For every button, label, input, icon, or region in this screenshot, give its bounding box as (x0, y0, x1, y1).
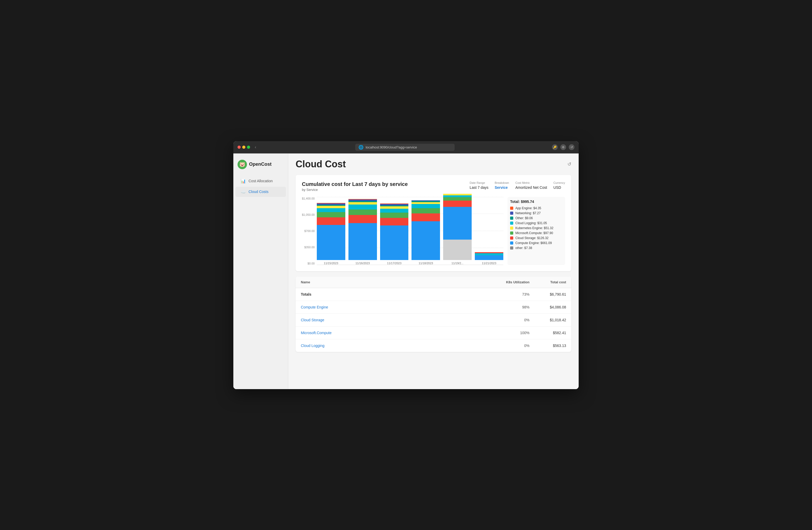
chart-header: Cumulative cost for Last 7 days by servi… (302, 181, 565, 192)
bar-group-1: 11/16/2023 (348, 198, 377, 265)
bar-group-3: 11/18/2023 (411, 200, 440, 265)
stacked-bar-4[interactable] (443, 192, 472, 260)
bar-label-1: 11/16/2023 (356, 262, 370, 265)
logo-area: 🐷 OpenCost (233, 160, 288, 176)
legend-dot-8 (510, 247, 513, 250)
legend-item-3: Cloud Logging: $31.05 (510, 221, 563, 225)
td-cost-compute: $4,086.08 (530, 305, 566, 309)
legend-item-8: other: $7.38 (510, 246, 563, 250)
stacked-bar-2[interactable] (380, 203, 409, 260)
bar-segment-mscompute (317, 212, 345, 217)
legend-label-5: Microsoft.Compute: $97.90 (516, 231, 553, 235)
bar-label-4: 11/19/2... (451, 262, 464, 265)
legend-dot-2 (510, 217, 513, 220)
bar-segment-k8s-3 (411, 202, 440, 204)
td-cost-logging: $563.13 (530, 344, 566, 348)
legend-dot-7 (510, 241, 513, 245)
breakdown-label: Breakdown (495, 181, 509, 184)
address-bar-inner[interactable]: 🌐 localhost:9090/cloud?agg=service (355, 144, 455, 151)
stacked-bar-3[interactable] (411, 200, 440, 260)
bar-segment-mscompute-2 (380, 213, 409, 218)
y-label-0: $1,400.00 (302, 197, 315, 200)
bar-label-5: 11/21/2023 (482, 262, 496, 265)
legend-dot-3 (510, 222, 513, 225)
page-header: Cloud Cost ↺ (295, 159, 571, 170)
browser-actions: 🔑 ⚙ ↺ (552, 144, 575, 150)
stacked-bar-1[interactable] (348, 198, 377, 260)
bar-segment-storage-4 (443, 200, 472, 207)
table-row-mscompute: Microsoft.Compute 100% $582.41 (295, 326, 571, 339)
cost-metric-control[interactable]: Cost Metric Amortized Net Cost (516, 181, 547, 190)
reload-button[interactable]: ↺ (569, 144, 575, 150)
close-button[interactable] (237, 145, 241, 149)
stacked-bar-0[interactable] (317, 202, 345, 260)
bar-label-2: 11/17/2023 (387, 262, 402, 265)
legend-item-2: Other: $9.06 (510, 216, 563, 220)
td-name-storage[interactable]: Cloud Storage (301, 318, 488, 322)
table-row-logging: Cloud Logging 0% $563.13 (295, 339, 571, 352)
legend-label-7: Compute Engine: $661.09 (516, 241, 552, 245)
legend-dot-0 (510, 207, 513, 210)
legend-label-6: Cloud Storage: $126.32 (516, 236, 549, 240)
legend-item-1: Networking: $7.27 (510, 211, 563, 215)
date-range-value: Last 7 days (469, 185, 489, 190)
y-axis: $1,400.00 $1,050.00 $700.00 $350.00 $0.0… (302, 197, 317, 265)
sidebar-item-cost-allocation-label: Cost Allocation (248, 179, 273, 183)
bar-segment-gray-4 (443, 240, 472, 260)
legend-item-0: App Engine: $4.35 (510, 206, 563, 210)
y-label-1: $1,050.00 (302, 213, 315, 216)
bar-segment-k8s (317, 206, 345, 208)
th-cost: Total cost (530, 280, 566, 284)
breakdown-value[interactable]: Service (495, 185, 509, 190)
legend-dot-4 (510, 226, 513, 229)
y-label-2: $700.00 (304, 229, 315, 233)
logo-text: OpenCost (249, 162, 272, 167)
currency-value[interactable]: USD (553, 185, 565, 190)
bar-group-2: 11/17/2023 (380, 203, 409, 265)
bar-segment-storage-5 (475, 253, 503, 255)
sidebar: 🐷 OpenCost 📊 Cost Allocation ☁️ Cloud Co… (233, 153, 288, 389)
table-header: Name K8s Utilization Total cost (295, 277, 571, 288)
back-button[interactable]: ‹ (253, 144, 258, 150)
maximize-button[interactable] (247, 145, 250, 149)
stacked-bar-5[interactable] (475, 252, 503, 260)
currency-control[interactable]: Currency USD (553, 181, 565, 190)
legend-label-0: App Engine: $4.35 (516, 206, 541, 210)
bar-segment-logging (317, 208, 345, 212)
bar-segment-logging-4 (443, 195, 472, 197)
currency-label: Currency (553, 181, 565, 184)
legend-dot-6 (510, 236, 513, 240)
legend-label-4: Kubernetes Engine: $51.32 (516, 226, 553, 230)
bar-label-3: 11/18/2023 (419, 262, 433, 265)
y-label-4: $0.00 (307, 262, 315, 265)
td-name-logging[interactable]: Cloud Logging (301, 344, 488, 348)
date-range-label: Date Range (469, 181, 489, 184)
sidebar-item-cost-allocation[interactable]: 📊 Cost Allocation (235, 176, 286, 186)
bar-segment-mscompute-3 (411, 208, 440, 214)
legend-total: Total: $995.74 (510, 199, 563, 204)
sidebar-item-cloud-costs[interactable]: ☁️ Cloud Costs (235, 187, 286, 197)
table-row-compute: Compute Engine 98% $4,086.08 (295, 301, 571, 314)
extension-btn-1[interactable]: 🔑 (552, 144, 558, 150)
breakdown-control[interactable]: Breakdown Service (495, 181, 509, 190)
refresh-button[interactable]: ↺ (567, 161, 571, 167)
th-name: Name (301, 280, 488, 284)
bar-segment-compute-4 (443, 207, 472, 240)
td-name-compute[interactable]: Compute Engine (301, 305, 488, 309)
logo-icon: 🐷 (237, 160, 247, 169)
legend-dot-5 (510, 232, 513, 235)
bar-segment-logging-2 (380, 209, 409, 213)
main-content: Cloud Cost ↺ Cumulative cost for Last 7 … (288, 153, 579, 389)
legend-label-1: Networking: $7.27 (516, 211, 541, 215)
sidebar-item-cloud-costs-label: Cloud Costs (248, 190, 269, 194)
extension-btn-2[interactable]: ⚙ (560, 144, 566, 150)
traffic-lights (237, 145, 250, 149)
bar-segment-k8s-2 (380, 206, 409, 209)
bars-container: 11/15/2023 (317, 197, 503, 265)
td-cost-storage: $1,018.42 (530, 318, 566, 322)
chart-area: $1,400.00 $1,050.00 $700.00 $350.00 $0.0… (302, 197, 565, 265)
minimize-button[interactable] (242, 145, 245, 149)
legend-dot-1 (510, 212, 513, 215)
cost-metric-value[interactable]: Amortized Net Cost (516, 185, 547, 190)
td-name-mscompute[interactable]: Microsoft.Compute (301, 331, 488, 335)
